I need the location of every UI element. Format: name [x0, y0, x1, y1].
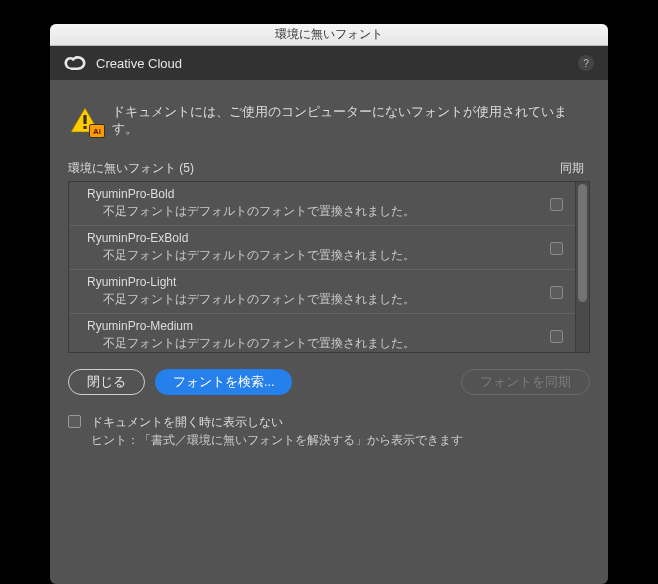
sync-checkbox[interactable]: [550, 286, 563, 299]
missing-fonts-label: 環境に無いフォント (5): [68, 160, 194, 177]
help-icon[interactable]: ?: [578, 55, 594, 71]
hint-text: ヒント：「書式／環境に無いフォントを解決する」から表示できます: [91, 431, 463, 449]
svg-rect-0: [83, 115, 86, 124]
window-title: 環境に無いフォント: [275, 26, 383, 43]
dialog-content: Ai ドキュメントには、ご使用のコンピューターにないフォントが使用されています。…: [50, 80, 608, 584]
font-name: RyuminPro-Light: [87, 274, 550, 291]
creative-cloud-icon: [64, 56, 86, 70]
missing-fonts-dialog: 環境に無いフォント Creative Cloud ? Ai: [50, 24, 608, 584]
warning-text: ドキュメントには、ご使用のコンピューターにないフォントが使用されています。: [112, 104, 590, 138]
warning-row: Ai ドキュメントには、ご使用のコンピューターにないフォントが使用されています。: [68, 98, 590, 156]
sync-checkbox[interactable]: [550, 198, 563, 211]
font-list: RyuminPro-Bold 不足フォントはデフォルトのフォントで置換されました…: [68, 181, 590, 353]
sync-checkbox[interactable]: [550, 330, 563, 343]
scrollbar[interactable]: [575, 182, 589, 352]
font-replaced-msg: 不足フォントはデフォルトのフォントで置換されました。: [87, 247, 550, 264]
dont-show-row: ドキュメントを開く時に表示しない ヒント：「書式／環境に無いフォントを解決する」…: [68, 409, 590, 451]
dont-show-label: ドキュメントを開く時に表示しない: [91, 413, 463, 431]
window-titlebar: 環境に無いフォント: [50, 24, 608, 46]
close-button[interactable]: 閉じる: [68, 369, 145, 395]
sync-column-label: 同期: [560, 160, 584, 177]
scrollbar-thumb[interactable]: [578, 184, 587, 302]
font-replaced-msg: 不足フォントはデフォルトのフォントで置換されました。: [87, 203, 550, 220]
font-list-viewport: RyuminPro-Bold 不足フォントはデフォルトのフォントで置換されました…: [69, 182, 575, 352]
sync-checkbox[interactable]: [550, 242, 563, 255]
font-replaced-msg: 不足フォントはデフォルトのフォントで置換されました。: [87, 335, 550, 352]
warning-icon: Ai: [70, 107, 100, 135]
font-item: RyuminPro-ExBold 不足フォントはデフォルトのフォントで置換されま…: [69, 226, 575, 270]
creative-cloud-label: Creative Cloud: [96, 56, 182, 71]
font-replaced-msg: 不足フォントはデフォルトのフォントで置換されました。: [87, 291, 550, 308]
svg-rect-1: [83, 126, 86, 129]
font-name: RyuminPro-Bold: [87, 186, 550, 203]
font-item: RyuminPro-Medium 不足フォントはデフォルトのフォントで置換されま…: [69, 314, 575, 352]
sync-fonts-button: フォントを同期: [461, 369, 590, 395]
illustrator-badge-icon: Ai: [89, 124, 105, 138]
creative-cloud-header: Creative Cloud ?: [50, 46, 608, 80]
search-fonts-button[interactable]: フォントを検索...: [155, 369, 292, 395]
font-list-header: 環境に無いフォント (5) 同期: [68, 156, 590, 181]
dont-show-checkbox[interactable]: [68, 415, 81, 428]
button-row: 閉じる フォントを検索... フォントを同期: [68, 353, 590, 409]
font-name: RyuminPro-Medium: [87, 318, 550, 335]
font-item: RyuminPro-Bold 不足フォントはデフォルトのフォントで置換されました…: [69, 182, 575, 226]
font-name: RyuminPro-ExBold: [87, 230, 550, 247]
font-item: RyuminPro-Light 不足フォントはデフォルトのフォントで置換されまし…: [69, 270, 575, 314]
